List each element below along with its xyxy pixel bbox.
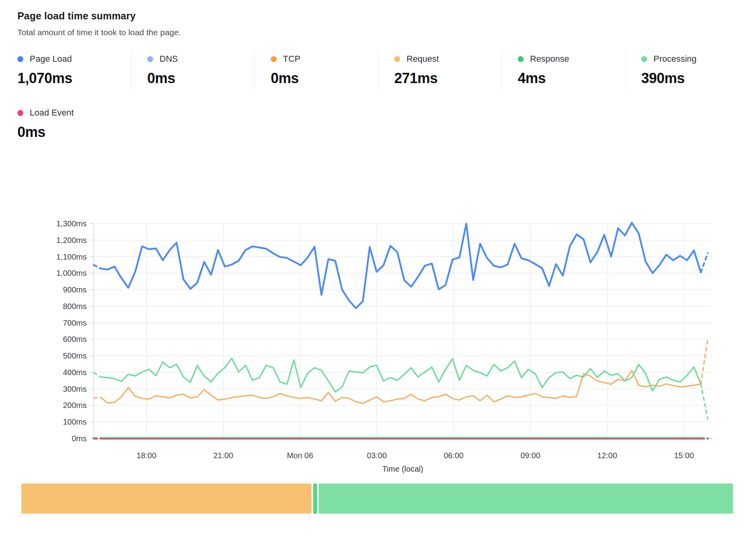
- x-tick-label: 15:00: [674, 451, 694, 460]
- page-load-line[interactable]: [101, 223, 701, 308]
- y-tick-label: 1,000ms: [56, 269, 87, 277]
- processing-legend-dot: [641, 56, 647, 62]
- page-load-time-panel: Page load time summary Total amount of t…: [0, 0, 756, 535]
- metric-request: Request 271ms: [378, 51, 501, 90]
- page-load-line-end-dash: [701, 253, 708, 272]
- y-tick-label: 900ms: [63, 285, 87, 294]
- metrics-row: Page Load 1,070ms DNS 0ms TCP 0ms Reques…: [17, 51, 748, 90]
- y-tick-label: 200ms: [63, 401, 87, 410]
- x-tick-label: 03:00: [367, 451, 387, 460]
- metric-value: 0ms: [271, 70, 378, 87]
- y-tick-label: 600ms: [63, 335, 87, 343]
- y-tick-label: 1,200ms: [56, 236, 87, 245]
- response-legend-dot: [518, 56, 524, 62]
- panel-header: Page load time summary Total amount of t…: [17, 10, 181, 37]
- y-tick-label: 1,300ms: [56, 219, 87, 228]
- chart-area[interactable]: 0ms100ms200ms300ms400ms500ms600ms700ms80…: [0, 174, 756, 479]
- metric-label: Request: [406, 54, 439, 64]
- y-tick-label: 700ms: [63, 319, 87, 327]
- metric-tcp: TCP 0ms: [255, 51, 378, 90]
- x-tick-label: 21:00: [213, 451, 233, 460]
- metric-value: 0ms: [147, 70, 255, 87]
- x-tick-label: 06:00: [444, 451, 463, 460]
- page-load-legend-dot: [17, 56, 23, 62]
- metric-processing: Processing 390ms: [625, 51, 748, 90]
- request-line-end-dash: [701, 339, 708, 384]
- y-tick-label: 1,100ms: [56, 252, 87, 261]
- metric-label: Load Event: [30, 108, 74, 118]
- metric-label: DNS: [160, 54, 178, 64]
- x-tick-label: 18:00: [137, 451, 156, 460]
- y-tick-label: 400ms: [63, 368, 87, 377]
- metric-value: 4ms: [518, 70, 625, 87]
- metric-label: TCP: [283, 54, 300, 64]
- metric-response: Response 4ms: [501, 51, 625, 90]
- metric-dns: DNS 0ms: [131, 51, 255, 90]
- y-tick-label: 500ms: [63, 351, 87, 360]
- dns-legend-dot: [147, 56, 153, 62]
- timeline-bar: [21, 484, 735, 514]
- metric-label: Response: [530, 54, 569, 64]
- processing-line[interactable]: [101, 358, 701, 392]
- page-subtitle: Total amount of time it took to load the…: [17, 28, 181, 37]
- y-tick-label: 100ms: [63, 417, 87, 426]
- metric-label: Processing: [653, 54, 697, 64]
- request-legend-dot: [394, 56, 400, 62]
- processing-line-start-dash: [94, 373, 101, 377]
- metric-value: 0ms: [17, 124, 74, 140]
- metric-value: 1,070ms: [17, 70, 131, 87]
- timeline-bar-segment-request-span[interactable]: [21, 484, 312, 514]
- metric-page-load: Page Load 1,070ms: [17, 51, 131, 90]
- x-axis-title: Time (local): [382, 465, 424, 473]
- y-tick-label: 300ms: [63, 385, 87, 393]
- y-tick-label: 0ms: [72, 434, 87, 443]
- page-title: Page load time summary: [17, 10, 181, 22]
- metric-value: 390ms: [641, 70, 748, 87]
- request-line-start-dash: [94, 397, 101, 398]
- tcp-legend-dot: [271, 56, 277, 62]
- load-event-legend-dot: [17, 110, 23, 116]
- page-load-line-start-dash: [94, 265, 101, 268]
- metric-value: 271ms: [394, 70, 501, 87]
- metric-label: Page Load: [30, 54, 72, 64]
- loadtime-chart[interactable]: 0ms100ms200ms300ms400ms500ms600ms700ms80…: [0, 174, 756, 479]
- x-tick-label: 09:00: [520, 451, 540, 460]
- metric-load-event: Load Event 0ms: [17, 108, 74, 140]
- timeline-bar-segment-processing-span[interactable]: [319, 484, 733, 514]
- x-tick-label: Mon 06: [287, 451, 313, 460]
- timeline-bar-segment-transition-span[interactable]: [313, 484, 317, 514]
- x-tick-label: 12:00: [597, 451, 617, 460]
- y-tick-label: 800ms: [63, 302, 87, 311]
